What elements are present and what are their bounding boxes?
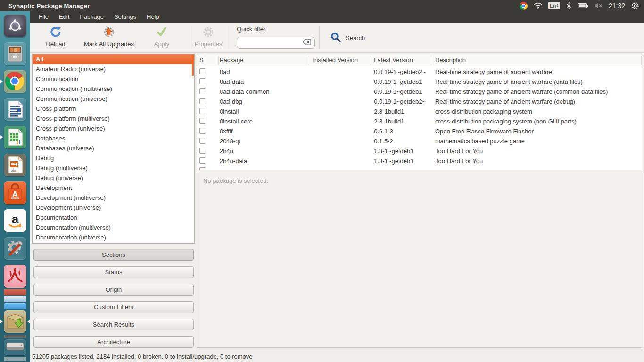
filter-button-architecture[interactable]: Architecture bbox=[33, 336, 194, 348]
system-settings-icon[interactable] bbox=[4, 237, 26, 260]
category-item[interactable]: Debug (universe) bbox=[33, 173, 194, 183]
battery-icon[interactable] bbox=[578, 3, 588, 8]
filter-button-search-results[interactable]: Search Results bbox=[33, 319, 194, 330]
category-item[interactable]: Documentation (multiverse) bbox=[33, 222, 194, 232]
package-checkbox[interactable] bbox=[199, 118, 205, 124]
apply-button[interactable]: Apply bbox=[145, 25, 178, 48]
stacked-twitter-icon[interactable] bbox=[4, 303, 26, 309]
clock[interactable]: 21:32 bbox=[609, 2, 625, 9]
google-chrome-icon[interactable] bbox=[4, 70, 26, 93]
menu-package[interactable]: Package bbox=[74, 11, 109, 23]
filter-button-custom-filters[interactable]: Custom Filters bbox=[33, 301, 194, 313]
package-checkbox[interactable] bbox=[199, 157, 205, 164]
row-status-cell bbox=[197, 67, 205, 77]
table-row[interactable]: 0install2.8-1build1cross-distribution pa… bbox=[197, 107, 642, 116]
category-item[interactable]: Databases (universe) bbox=[33, 143, 194, 153]
synaptic-package-manager-icon[interactable] bbox=[4, 310, 26, 333]
category-item[interactable]: Documentation bbox=[33, 213, 194, 222]
menu-help[interactable]: Help bbox=[141, 11, 165, 23]
table-row[interactable]: 2h4u1.3-1~getdeb1Too Hard For You bbox=[197, 146, 642, 156]
column-header-installed-version[interactable]: Installed Version bbox=[309, 54, 371, 66]
table-row[interactable]: 2048-qt0.1.5-2mathematics based puzzle g… bbox=[197, 136, 642, 146]
package-checkbox[interactable] bbox=[199, 148, 205, 154]
wifi-icon[interactable] bbox=[534, 2, 542, 9]
hard-drive-icon[interactable] bbox=[4, 339, 26, 355]
category-list[interactable]: AllAmateur Radio (universe)Communication… bbox=[32, 54, 195, 244]
package-checkbox[interactable] bbox=[199, 167, 205, 170]
session-gear-icon[interactable] bbox=[631, 2, 639, 10]
amazon-icon[interactable]: a bbox=[4, 209, 26, 232]
libreoffice-writer-icon[interactable] bbox=[4, 98, 26, 121]
row-supported-cell bbox=[205, 67, 219, 77]
package-checkbox[interactable] bbox=[199, 128, 205, 134]
file-manager-icon[interactable] bbox=[4, 42, 26, 65]
category-item[interactable]: Communication (multiverse) bbox=[33, 84, 194, 94]
table-row[interactable]: 0ad-data-common0.0.19-1~getdeb1Real-time… bbox=[197, 87, 642, 97]
table-row[interactable] bbox=[197, 166, 642, 170]
menu-edit[interactable]: Edit bbox=[54, 11, 74, 23]
stacked-trash-icon[interactable] bbox=[4, 357, 26, 361]
category-item[interactable]: Communication bbox=[33, 74, 194, 84]
package-checkbox[interactable] bbox=[199, 68, 205, 74]
mark-all-upgrades-button[interactable]: Mark All Upgrades bbox=[79, 25, 139, 48]
libreoffice-calc-icon[interactable] bbox=[4, 126, 26, 148]
package-checkbox[interactable] bbox=[199, 108, 205, 114]
quick-filter-input[interactable] bbox=[237, 37, 315, 49]
category-item[interactable]: All bbox=[33, 54, 194, 64]
category-item[interactable]: Amateur Radio (universe) bbox=[33, 64, 194, 74]
category-item[interactable]: Documentation (universe) bbox=[33, 232, 194, 242]
column-header-status-icon[interactable] bbox=[205, 54, 219, 66]
table-row[interactable]: 0ad0.0.19-1~getdeb2~Real-time strategy g… bbox=[197, 67, 642, 77]
package-checkbox[interactable] bbox=[199, 78, 205, 84]
filter-button-status[interactable]: Status bbox=[33, 266, 194, 278]
bluetooth-icon[interactable] bbox=[566, 2, 571, 9]
package-checkbox[interactable] bbox=[199, 88, 205, 94]
category-item[interactable]: Cross-platform (universe) bbox=[33, 123, 194, 133]
reload-button[interactable]: Reload bbox=[37, 25, 74, 48]
clear-input-icon[interactable] bbox=[303, 39, 311, 47]
stacked-app-icon[interactable] bbox=[4, 289, 26, 295]
table-row[interactable]: 0install-core2.8-1build1cross-distributi… bbox=[197, 116, 642, 126]
menu-settings[interactable]: Settings bbox=[109, 11, 141, 23]
table-row[interactable]: 0ad-data0.0.19-1~getdeb1Real-time strate… bbox=[197, 77, 642, 87]
latest-version: 0.1.5-2 bbox=[370, 136, 431, 146]
package-table-header[interactable]: SPackageInstalled VersionLatest VersionD… bbox=[197, 54, 642, 66]
category-item[interactable]: Development bbox=[33, 183, 194, 193]
search-button[interactable]: Search bbox=[327, 31, 368, 44]
column-header-package[interactable]: Package bbox=[219, 54, 309, 66]
package-table[interactable]: SPackageInstalled VersionLatest VersionD… bbox=[197, 54, 642, 170]
table-row[interactable]: 0ad-dbg0.0.19-1~getdeb2~Real-time strate… bbox=[197, 97, 642, 107]
category-item[interactable]: Debug (multiverse) bbox=[33, 163, 194, 173]
chrome-icon[interactable] bbox=[520, 2, 528, 10]
keyboard-layout-indicator[interactable]: En1 bbox=[548, 2, 560, 9]
table-row[interactable]: 0xffff0.6.1-3Open Free Fiasco Firmware F… bbox=[197, 126, 642, 136]
column-header-s[interactable]: S bbox=[197, 54, 205, 66]
filter-button-sections[interactable]: Sections bbox=[33, 249, 194, 261]
toolbar-separator bbox=[189, 26, 189, 49]
volume-muted-icon[interactable] bbox=[594, 2, 603, 9]
column-header-description[interactable]: Description bbox=[431, 54, 642, 66]
ubuntu-dash-button[interactable] bbox=[4, 15, 26, 37]
package-checkbox[interactable] bbox=[199, 98, 205, 104]
category-item[interactable]: Development (universe) bbox=[33, 203, 194, 213]
filter-button-origin[interactable]: Origin bbox=[33, 284, 194, 296]
ubuntu-software-center-icon[interactable]: A bbox=[4, 181, 26, 204]
package-checkbox[interactable] bbox=[199, 138, 205, 144]
category-item[interactable]: Cross-platform bbox=[33, 104, 194, 114]
category-item[interactable]: Development (multiverse) bbox=[33, 193, 194, 203]
stacked-device-icon[interactable] bbox=[4, 335, 26, 338]
category-item[interactable]: Cross-platform (multiverse) bbox=[33, 114, 194, 123]
category-item[interactable]: Debug bbox=[33, 153, 194, 163]
table-row[interactable]: 2h4u-data1.3-1~getdeb1Too Hard For You bbox=[197, 156, 642, 166]
menu-file[interactable]: File bbox=[33, 11, 54, 23]
category-scrollbar[interactable] bbox=[192, 55, 194, 76]
column-header-latest-version[interactable]: Latest Version bbox=[370, 54, 431, 66]
package-name: 0install-core bbox=[219, 116, 309, 126]
properties-button[interactable]: Properties bbox=[190, 25, 227, 48]
category-item[interactable]: Databases bbox=[33, 133, 194, 143]
category-item[interactable]: Communication (universe) bbox=[33, 94, 194, 104]
stacked-dropbox-icon[interactable] bbox=[4, 296, 26, 302]
fire-app-icon[interactable] bbox=[4, 265, 26, 288]
libreoffice-impress-icon[interactable] bbox=[4, 154, 26, 176]
properties-gear-icon bbox=[190, 25, 227, 39]
